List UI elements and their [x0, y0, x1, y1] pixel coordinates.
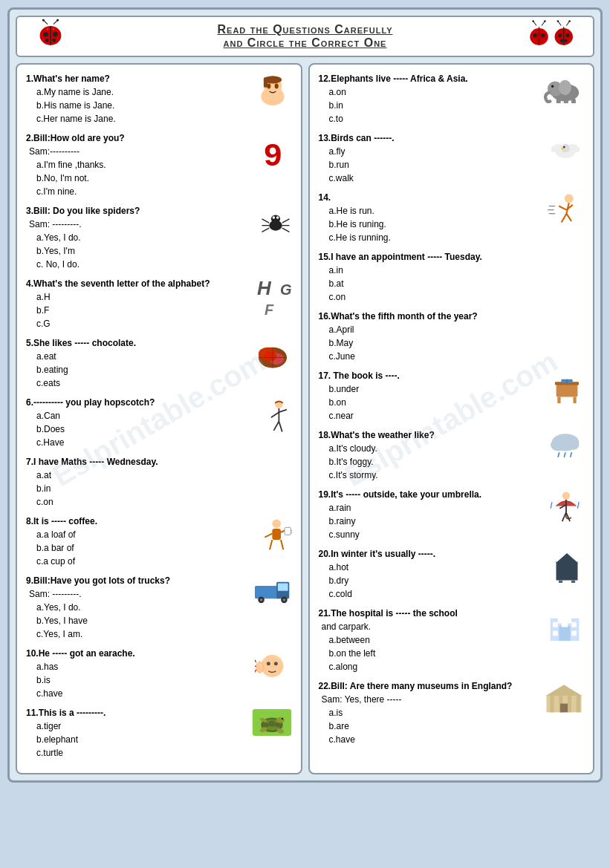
svg-point-25: [558, 33, 562, 37]
svg-rect-118: [573, 397, 576, 403]
svg-point-28: [564, 39, 567, 42]
svg-rect-141: [553, 622, 558, 627]
svg-point-88: [275, 722, 281, 728]
svg-rect-38: [263, 77, 267, 88]
svg-line-124: [558, 452, 559, 457]
q9-sub: Sam: ---------.: [26, 587, 292, 601]
svg-rect-148: [568, 695, 571, 713]
svg-point-32: [568, 20, 571, 22]
svg-line-47: [282, 219, 289, 223]
svg-point-20: [532, 20, 534, 22]
question-9: 9.Bill:Have you got lots of trucks? Sam:…: [26, 574, 292, 641]
q21-sub: and carpark.: [319, 620, 585, 633]
q16-text: 16.What's the fifth month of the year?: [319, 310, 585, 323]
q5-text: 5.She likes ----- chocolate.: [26, 336, 292, 350]
svg-line-111: [566, 214, 571, 221]
question-14: 14. a.He is run. b.He is runing. c.He is…: [319, 191, 585, 244]
q8-opt-c: c.a cup of: [26, 555, 292, 568]
q8-opt-b: b.a bar of: [26, 541, 292, 555]
q18-opt-b: b.It's foggy.: [319, 455, 585, 469]
svg-point-77: [256, 662, 263, 673]
q19-opt-a: a.rain: [319, 501, 585, 515]
q19-rainy-illustration: [547, 489, 584, 526]
q22-opt-c: c.have: [319, 733, 585, 746]
svg-line-44: [262, 219, 269, 223]
svg-rect-66: [285, 527, 291, 535]
q9-truck-illustration: [253, 577, 292, 604]
q6-opt-c: c.Have: [26, 436, 292, 449]
svg-point-6: [52, 39, 56, 42]
svg-rect-150: [560, 704, 568, 713]
svg-point-31: [557, 20, 559, 22]
question-15: 15.I have an appointment ----- Tuesday. …: [319, 250, 585, 304]
svg-point-8: [52, 28, 54, 30]
q9-opt-b: b.Yes, I have: [26, 614, 292, 627]
svg-rect-135: [559, 581, 562, 583]
q17-opt-a: b.under: [319, 382, 585, 396]
svg-rect-143: [553, 631, 558, 636]
svg-point-21: [544, 20, 546, 22]
svg-line-58: [270, 412, 279, 417]
svg-point-122: [551, 439, 565, 451]
q3-opt-a: a.Yes, I do.: [26, 231, 292, 244]
q3-opt-b: b.Yes, I'm: [26, 244, 292, 258]
svg-point-4: [53, 32, 57, 36]
q13-opt-c: c.walk: [319, 172, 585, 185]
svg-point-11: [42, 19, 45, 22]
header-box: Read the Questions Carefully and Circle …: [16, 16, 594, 57]
question-7: 7.I have Maths ----- Wednesday. a.at b.i…: [26, 455, 292, 509]
q16-opt-c: c.June: [319, 350, 585, 363]
question-11: 11.This is a ---------. a.tiger b.elepha…: [26, 706, 292, 760]
q17-text: 17. The book is ----.: [319, 369, 585, 382]
svg-point-106: [565, 195, 574, 203]
q13-birds-illustration: [547, 134, 584, 163]
svg-point-75: [282, 598, 285, 601]
svg-point-87: [262, 722, 268, 728]
svg-rect-140: [558, 617, 571, 623]
svg-line-61: [279, 422, 282, 432]
question-13: 13.Birds can ------. a.fly b.run c.walk: [319, 131, 585, 185]
question-18: 18.What's the weather like? a.It's cloud…: [319, 428, 585, 482]
question-21: 21.The hospital is ----- the school and …: [319, 607, 585, 673]
question-3: 3.Bill: Do you like spiders? Sam: ------…: [26, 204, 292, 271]
q4-opt-a: a.H: [26, 290, 292, 304]
q19-text: 19.It's ----- outside, take your umbrell…: [319, 488, 585, 501]
question-20: 20.In winter it's usually -----. a.hot b…: [319, 547, 585, 601]
q11-opt-c: c.turtle: [26, 746, 292, 760]
svg-point-12: [56, 19, 59, 22]
svg-rect-117: [557, 397, 560, 403]
q2-opt-a: a.I'm fine ,thanks.: [26, 158, 292, 172]
q18-weather-illustration: [547, 430, 584, 461]
q10-earache-illustration: [255, 650, 292, 682]
q2-opt-b: b.No, I'm not.: [26, 172, 292, 185]
q2-sub: Sam:----------: [26, 145, 292, 158]
svg-point-78: [266, 662, 270, 665]
question-8: 8.It is ----- coffee. a.a loaf of b.a ba…: [26, 515, 292, 568]
svg-rect-98: [557, 99, 561, 103]
q21-opt-b: b.on the left: [319, 647, 585, 660]
q7-opt-c: c.on: [26, 495, 292, 509]
svg-rect-144: [571, 631, 577, 636]
q5-opt-a: a.eat: [26, 350, 292, 363]
page-container: Read the Questions Carefully and Circle …: [7, 7, 603, 783]
svg-point-17: [541, 33, 545, 37]
content-area: Eslprintable.com 1.What's her name? a.: [16, 63, 594, 774]
svg-line-59: [279, 410, 287, 413]
svg-rect-149: [577, 695, 580, 713]
question-10: 10.He ----- got an earache. a.has b.is c…: [26, 647, 292, 700]
q6-hopscotch-illustration: [259, 399, 292, 439]
q9-text: 9.Bill:Have you got lots of trucks?: [26, 574, 292, 587]
svg-text:9: 9: [264, 137, 282, 172]
q6-text: 6.---------- you play hopscotch?: [26, 396, 292, 409]
svg-point-7: [46, 28, 48, 30]
svg-line-126: [571, 452, 572, 457]
q4-text: 4.What's the seventh letter of the alpha…: [26, 277, 292, 290]
ladybug-left-icon: [32, 19, 69, 54]
q3-sub: Sam: ---------.: [26, 218, 292, 231]
question-6: 6.---------- you play hopscotch? a.Can b…: [26, 396, 292, 449]
q2-illustration: 9: [261, 134, 292, 172]
question-4: H G F 4.What's the seventh letter of the…: [26, 277, 292, 330]
q2-text: 2.Bill:How old are you?: [26, 131, 292, 145]
q17-opt-c: c.near: [319, 409, 585, 422]
q7-opt-a: a.at: [26, 469, 292, 482]
